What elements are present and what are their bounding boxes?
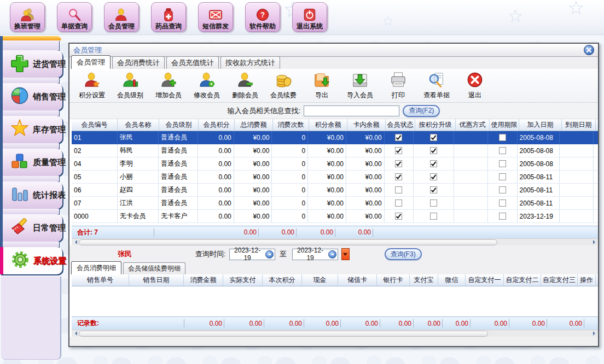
column-header-消费次数[interactable]: 消费次数 — [273, 119, 309, 131]
checkbox-unchecked[interactable] — [499, 134, 506, 141]
column-header-总消费额[interactable]: 总消费额 — [235, 119, 273, 131]
toolbar-button-增加会员[interactable]: 增加会员 — [150, 69, 187, 102]
column-header-使用期限[interactable]: 使用期限 — [490, 119, 519, 131]
toolbar-button-查看单据[interactable]: 查看单据 — [419, 69, 455, 102]
tab-按收款方式统计[interactable]: 按收款方式统计 — [220, 56, 280, 69]
toolbar-button-会员级别[interactable]: 会员级别 — [112, 69, 148, 102]
member-search-input[interactable] — [304, 105, 399, 116]
member-row[interactable]: 06赵四普通会员0.00¥0.000¥0.00¥0.002005-08-11 — [72, 184, 598, 197]
column-header-实际支付[interactable]: 实际支付 — [223, 274, 263, 286]
column-header-到期日期[interactable]: 到期日期 — [562, 119, 596, 131]
sidebar-item-销售管理[interactable]: 销售管理 — [0, 83, 62, 110]
toolbar-button-打印[interactable]: 打印 — [380, 69, 416, 102]
top-toolbar-button-短信群发[interactable]: 短信群发 — [198, 2, 233, 32]
sidebar-item-进货管理[interactable]: 进货管理 — [0, 50, 62, 78]
top-toolbar-button-软件帮助[interactable]: ?软件帮助 — [245, 2, 280, 32]
checkbox-checked[interactable] — [395, 160, 402, 167]
column-header-操作[interactable]: 操作 — [578, 274, 596, 286]
members-hscroll-thumb[interactable] — [79, 239, 497, 245]
checkbox-checked[interactable] — [395, 134, 402, 141]
checkbox-checked[interactable] — [395, 147, 402, 154]
checkbox-checked[interactable] — [395, 213, 402, 220]
checkbox-unchecked[interactable] — [499, 213, 506, 220]
column-header-会员积分[interactable]: 会员积分 — [199, 119, 235, 131]
column-header-自定支付二[interactable]: 自定支付二 — [504, 274, 541, 286]
column-header-自定支付一[interactable]: 自定支付一 — [466, 274, 504, 286]
query-f3-button[interactable]: 查询(F3) — [385, 248, 422, 260]
detail-hscroll-thumb[interactable] — [79, 331, 488, 337]
member-row[interactable]: 05小丽普通会员0.00¥0.000¥0.00¥0.002005-08-11 — [72, 171, 598, 184]
scroll-left-icon[interactable] — [72, 330, 79, 337]
column-header-微信[interactable]: 微信 — [438, 274, 466, 286]
checkbox-checked[interactable] — [430, 173, 437, 180]
checkbox-unchecked[interactable] — [430, 213, 437, 220]
column-header-银行卡[interactable]: 银行卡 — [377, 274, 410, 286]
date-from-field[interactable]: 2023-12-19 — [229, 249, 275, 260]
top-toolbar-button-换班管理[interactable]: 换班管理 — [10, 2, 45, 32]
tab-会员消费统计[interactable]: 会员消费统计 — [112, 56, 165, 69]
checkbox-checked[interactable] — [430, 147, 437, 154]
column-header-积分余额[interactable]: 积分余额 — [309, 119, 347, 131]
checkbox-checked[interactable] — [430, 160, 437, 167]
tab-会员充值统计[interactable]: 会员充值统计 — [166, 56, 219, 69]
column-header-会员名称[interactable]: 会员名称 — [118, 119, 159, 131]
toolbar-button-导出[interactable]: 导出 — [304, 69, 340, 102]
column-header-本次积分[interactable]: 本次积分 — [263, 274, 302, 286]
query-f2-button[interactable]: 查询(F2) — [403, 105, 440, 117]
checkbox-unchecked[interactable] — [395, 199, 402, 207]
checkbox-unchecked[interactable] — [395, 186, 402, 193]
sidebar-item-库存管理[interactable]: 库存管理 — [0, 116, 62, 143]
column-header-卡内余额[interactable]: 卡内余额 — [347, 119, 386, 131]
column-header-销售单号[interactable]: 销售单号 — [72, 274, 129, 286]
checkbox-unchecked[interactable] — [499, 186, 506, 193]
toolbar-button-删除会员[interactable]: 删除会员 — [227, 69, 263, 102]
top-toolbar-button-会员管理[interactable]: 会员管理 — [104, 2, 139, 32]
top-toolbar-button-药品查询[interactable]: 药品查询 — [151, 2, 186, 32]
sidebar-item-系统设置[interactable]: 系统设置 — [0, 247, 62, 274]
sidebar-item-质量管理[interactable]: 质量管理 — [0, 149, 62, 176]
close-icon[interactable] — [584, 45, 594, 55]
member-row[interactable]: 01张民普通会员0.00¥0.000¥0.00¥0.002005-08-08 — [72, 131, 598, 144]
column-header-会员编号[interactable]: 会员编号 — [72, 119, 118, 131]
column-header-储值卡[interactable]: 储值卡 — [338, 274, 377, 286]
toolbar-button-会员续费[interactable]: 会员续费 — [265, 69, 301, 102]
date-to-spinner-icon[interactable] — [328, 250, 336, 259]
sidebar-item-统计报表[interactable]: 统计报表 — [0, 181, 62, 209]
toolbar-button-退出[interactable]: 退出 — [457, 69, 493, 102]
scroll-right-icon[interactable] — [591, 330, 598, 337]
tab-会员管理[interactable]: 会员管理 — [71, 55, 111, 69]
top-toolbar-button-退出系统[interactable]: 退出系统 — [292, 2, 327, 32]
top-toolbar-button-单据查询[interactable]: 单据查询 — [57, 2, 92, 32]
toolbar-button-修改会员[interactable]: 修改会员 — [189, 69, 225, 102]
toolbar-button-导入会员[interactable]: 导入会员 — [342, 69, 378, 102]
checkbox-unchecked[interactable] — [499, 199, 506, 207]
column-header-消费金额[interactable]: 消费金额 — [184, 274, 223, 286]
member-row[interactable]: 04李明普通会员0.00¥0.000¥0.00¥0.002005-08-08 — [72, 157, 598, 171]
date-to-field[interactable]: 2023-12-19 — [292, 249, 338, 260]
column-header-优惠方式[interactable]: 优惠方式 — [456, 119, 490, 131]
detail-tab-会员消费明细[interactable]: 会员消费明细 — [71, 261, 121, 274]
toolbar-button-积分设置[interactable]: 积分设置 — [74, 69, 110, 102]
date-from-spinner-icon[interactable] — [265, 250, 274, 259]
member-row[interactable]: 07江洪普通会员0.00¥0.000¥0.00¥0.002005-08-11 — [72, 197, 598, 210]
checkbox-unchecked[interactable] — [499, 147, 506, 154]
column-header-支付宝[interactable]: 支付宝 — [410, 274, 438, 286]
column-header-会员级别[interactable]: 会员级别 — [159, 119, 199, 131]
checkbox-checked[interactable] — [395, 173, 402, 180]
checkbox-unchecked[interactable] — [430, 199, 437, 207]
column-header-会员状态[interactable]: 会员状态 — [386, 119, 415, 131]
column-header-按积分升级[interactable]: 按积分升级 — [415, 119, 456, 131]
sidebar-item-日常管理[interactable]: 日常管理 — [0, 214, 62, 242]
column-header-现金[interactable]: 现金 — [302, 274, 338, 286]
checkbox-checked[interactable] — [430, 186, 437, 193]
member-row[interactable]: 0000无卡会员无卡客户0.00¥0.000¥0.00¥0.002023-12-… — [72, 210, 598, 223]
scroll-left-icon[interactable] — [72, 239, 79, 246]
date-dropdown-button[interactable] — [341, 248, 350, 260]
member-row[interactable]: 02韩民普通会员0.00¥0.000¥0.00¥0.002005-08-08 — [72, 144, 598, 157]
checkbox-checked[interactable] — [430, 134, 437, 141]
column-header-自定支付三[interactable]: 自定支付三 — [541, 274, 578, 286]
checkbox-unchecked[interactable] — [499, 160, 506, 167]
detail-tab-会员储值续费明细[interactable]: 会员储值续费明细 — [123, 262, 185, 274]
column-header-加入日期[interactable]: 加入日期 — [519, 119, 562, 131]
scroll-right-icon[interactable] — [591, 239, 598, 246]
